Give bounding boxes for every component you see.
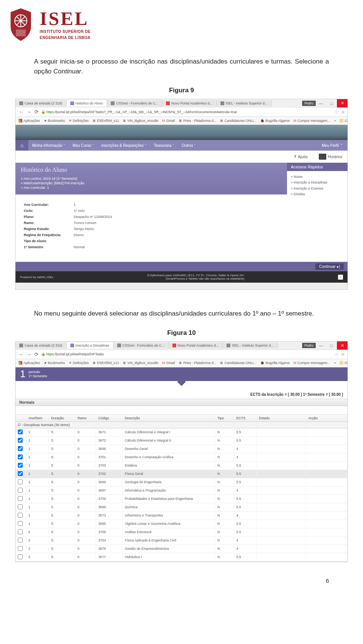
horarios-link[interactable]: Horários (319, 154, 342, 160)
row-checkbox[interactable] (18, 471, 23, 476)
browser-tab[interactable]: CSSnet - Formulário de C... (107, 100, 162, 106)
acesso-link[interactable]: » Dívidas (291, 191, 344, 197)
menu-tesouraria[interactable]: Tesouraria˅ (150, 143, 178, 148)
menu-outros[interactable]: Outros˅ (178, 143, 199, 148)
browser-tab[interactable]: Caixa de entrada (2 319) (16, 100, 67, 106)
row-checkbox[interactable] (18, 429, 23, 434)
browser-tab[interactable]: ISEL - Instituto Superior d... (223, 342, 278, 348)
row-checkbox[interactable] (18, 496, 23, 501)
acesso-link[interactable]: » Inscrição a Exames (291, 186, 344, 191)
forward-icon[interactable]: → (26, 109, 31, 115)
menu-meu-curso[interactable]: Meu Curso˅ (69, 143, 98, 148)
window-close-icon[interactable]: ✕ (337, 341, 347, 350)
bm-item[interactable]: M Compor mensagem... (293, 361, 330, 365)
menu-inscricoes[interactable]: Inscrições & Requisições˅ (98, 143, 150, 148)
window-user-badge[interactable]: Pedro (302, 343, 316, 348)
row-checkbox[interactable] (18, 504, 23, 509)
detail-label: Ramo: (24, 220, 73, 226)
browser-tab[interactable]: Novo Portal Academico d... (162, 100, 217, 106)
menu-meu-perfil[interactable]: Meu Perfil˅ (316, 143, 347, 148)
browser-tab[interactable]: Histórico do Aluno (67, 100, 107, 106)
row-checkbox[interactable] (18, 454, 23, 459)
bm-other-folder[interactable]: Outros marcadores (340, 119, 347, 123)
menu-minha-info[interactable]: Minha Informação˅ (28, 143, 69, 148)
column-header[interactable]: ECTS (234, 415, 257, 422)
row-checkbox[interactable] (18, 554, 23, 559)
bm-item[interactable]: 🗎 Candidaturas ONLI... (220, 361, 257, 365)
row-checkbox[interactable] (18, 446, 23, 451)
browser-tab[interactable]: Novo Portal Academico d... (169, 342, 223, 348)
window-user-badge[interactable]: Pedro (302, 101, 316, 106)
bm-item[interactable]: 🗎 Candidaturas ONLI... (220, 119, 257, 123)
bm-item[interactable]: 🗎 Pries - Plataforma d... (179, 119, 216, 123)
row-checkbox[interactable] (18, 463, 23, 468)
bm-item[interactable]: 🗎 ESEnfSM_v11 (93, 119, 119, 123)
window-close-icon[interactable]: ✕ (337, 99, 347, 107)
scroll-top-icon[interactable]: ⌂ (338, 275, 343, 280)
bm-item[interactable]: M Compor mensagem... (293, 119, 330, 123)
browser-tab[interactable]: Caixa de entrada (2 319) (16, 342, 67, 348)
reload-icon[interactable]: ⟳ (34, 109, 39, 115)
browser-tab[interactable]: CSSnet - Formulário de C... (113, 342, 169, 348)
detail-label: Ano Curricular: (24, 202, 73, 207)
bookmark-star-icon[interactable]: ☆ (335, 352, 339, 357)
column-header[interactable]: Ano/Sem (26, 415, 49, 422)
reload-icon[interactable]: ⟳ (34, 352, 39, 357)
url-field[interactable]: 🔒 https://portal.ipl.pt/isel/netpa/DIFTa… (41, 352, 332, 356)
bm-item[interactable]: ✳ Definições (69, 361, 89, 365)
window-maximize-icon[interactable]: □ (326, 99, 337, 107)
row-checkbox[interactable] (18, 546, 23, 551)
cell-codigo: 3695 (96, 520, 123, 528)
row-checkbox[interactable] (18, 538, 23, 543)
column-header[interactable]: Acção (306, 415, 347, 422)
chrome-menu-icon[interactable]: ≡ (341, 109, 344, 115)
row-checkbox[interactable] (18, 513, 23, 518)
bm-apps[interactable]: Aplicações (19, 361, 40, 365)
bm-overflow[interactable]: » (334, 119, 336, 123)
table-section-label[interactable]: ☑ : Disciplinas Normais (36 Items) (16, 422, 347, 428)
bm-overflow[interactable]: » (334, 361, 336, 365)
bm-apps[interactable]: Aplicações (19, 119, 40, 123)
chrome-menu-icon[interactable]: ≡ (341, 351, 344, 357)
window-maximize-icon[interactable]: □ (326, 341, 337, 350)
acesso-link[interactable]: » Inscrição a Disciplinas (291, 180, 344, 185)
row-checkbox[interactable] (18, 521, 23, 526)
help-link[interactable]: ? Ajuda (294, 155, 308, 159)
detail-value: 1 (74, 202, 112, 207)
bm-item[interactable]: 🗎 ESEnfSM_v11 (93, 361, 119, 365)
row-checkbox[interactable] (18, 529, 23, 534)
window-minimize-icon[interactable]: — (316, 99, 326, 107)
column-header[interactable]: Ramo (75, 415, 96, 422)
bm-item[interactable]: M Gmail (162, 361, 175, 365)
bm-item[interactable]: 🗎 VM_digibox_moodle (123, 119, 158, 123)
home-icon[interactable]: ⌂ (16, 140, 28, 151)
column-header[interactable]: Duração (49, 415, 75, 422)
bm-other-folder[interactable]: Outros marcadores (340, 361, 347, 365)
row-checkbox[interactable] (18, 488, 23, 493)
column-header[interactable]: Descrição (123, 415, 215, 422)
bm-item[interactable]: 🐞 Bugzilla Algarve (260, 361, 290, 365)
column-header[interactable]: Código (96, 415, 123, 422)
back-icon[interactable]: ← (19, 109, 24, 115)
row-checkbox[interactable] (18, 479, 23, 484)
bm-item[interactable]: 🐞 Bugzilla Algarve (260, 119, 290, 123)
url-field[interactable]: 🔒 https://portal.ipl.pt/isel/netpa/DIFTa… (41, 110, 332, 114)
bm-item[interactable]: M Gmail (162, 119, 175, 123)
window-minimize-icon[interactable]: — (316, 341, 326, 350)
bm-item[interactable]: ★ Bookmarks (44, 361, 65, 365)
bm-item[interactable]: 🗎 VM_digibox_moodle (123, 361, 158, 365)
bm-item[interactable]: ✳ Definições (69, 119, 89, 123)
continue-button[interactable]: Continuar ▸| (315, 263, 344, 270)
forward-icon[interactable]: → (26, 352, 31, 357)
row-checkbox[interactable] (18, 438, 23, 443)
bm-item[interactable]: 🗎 Pries - Plataforma d... (179, 361, 216, 365)
back-icon[interactable]: ← (19, 352, 24, 357)
acesso-link[interactable]: » Notas (291, 174, 344, 180)
bm-item[interactable]: ★ Bookmarks (44, 119, 65, 123)
bookmark-star-icon[interactable]: ☆ (335, 109, 339, 115)
column-header[interactable]: Estado (257, 415, 306, 422)
browser-tab[interactable]: Inscrição a Disciplinas (67, 342, 113, 348)
browser-tab[interactable]: ISEL - Instituto Superior d... (217, 100, 271, 106)
column-header[interactable] (16, 415, 26, 422)
column-header[interactable]: Tipo (215, 415, 234, 422)
